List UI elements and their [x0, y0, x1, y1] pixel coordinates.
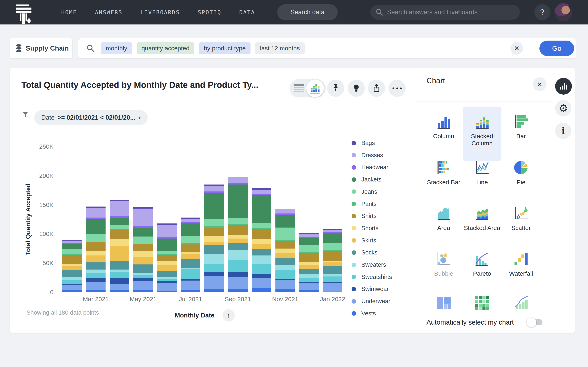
bar-segment-swimwear[interactable] [86, 278, 105, 282]
bar-segment-pants[interactable] [157, 254, 177, 255]
bar-segment-headwear[interactable] [252, 194, 271, 195]
nav-item-answers[interactable]: ANSWERS [95, 9, 122, 16]
query-token[interactable]: by product type [199, 42, 251, 54]
bar-segment-jeans[interactable] [62, 249, 82, 254]
bar-segment-swimwear[interactable] [62, 284, 82, 285]
bar-segment-swimwear[interactable] [323, 282, 342, 283]
bar-segment-socks[interactable] [86, 262, 105, 269]
bar-segment-headwear[interactable] [323, 232, 342, 234]
bar-segment-bags[interactable] [181, 217, 200, 219]
bar-segment-bags[interactable] [133, 207, 153, 209]
bar-segment-jackets[interactable] [228, 184, 248, 218]
bar-segment-swimwear[interactable] [276, 279, 295, 280]
bar-segment-pants[interactable] [204, 226, 224, 228]
query-token[interactable]: monthly [101, 42, 132, 54]
bar-segment-vests[interactable] [110, 290, 129, 292]
bar-segment-skirts[interactable] [110, 246, 129, 261]
bar-segment-shorts[interactable] [181, 252, 200, 254]
bar-segment-sweaters[interactable] [86, 269, 105, 273]
chart-type-treemap[interactable] [424, 288, 463, 311]
bar-segment-shirts[interactable] [181, 244, 200, 252]
bar-segment-sweatshirts[interactable] [299, 278, 319, 282]
bar-segment-jackets[interactable] [157, 239, 177, 251]
bar-segment-skirts[interactable] [157, 265, 177, 271]
bar-segment-sweaters[interactable] [323, 274, 342, 276]
bar-segment-pants[interactable] [110, 229, 129, 231]
bar-segment-jeans[interactable] [323, 243, 342, 250]
bar-segment-headwear[interactable] [228, 183, 248, 184]
bar-segment-underwear[interactable] [86, 282, 105, 291]
legend-item-sweatshirts[interactable]: Sweatshirts [352, 274, 392, 280]
bar-segment-sweatshirts[interactable] [228, 260, 248, 272]
bar-segment-sweaters[interactable] [157, 277, 177, 279]
bar-feb-2021[interactable] [62, 68, 82, 292]
bar-segment-swimwear[interactable] [204, 272, 224, 276]
bar-segment-socks[interactable] [276, 258, 295, 265]
bar-segment-pants[interactable] [133, 244, 153, 244]
legend-item-vests[interactable]: Vests [352, 310, 376, 317]
bar-segment-sweaters[interactable] [62, 277, 82, 280]
clear-search-button[interactable]: ✕ [510, 42, 523, 55]
bar-segment-pants[interactable] [276, 240, 295, 241]
bar-segment-jackets[interactable] [204, 193, 224, 219]
bar-segment-pants[interactable] [299, 252, 319, 253]
bar-segment-bags[interactable] [62, 240, 82, 241]
bar-segment-jackets[interactable] [276, 215, 295, 227]
bar-segment-socks[interactable] [228, 243, 248, 250]
bar-segment-skirts[interactable] [86, 256, 105, 262]
more-options-button[interactable]: ••• [389, 80, 406, 97]
bar-segment-headwear[interactable] [276, 213, 295, 215]
bar-segment-swimwear[interactable] [157, 281, 177, 284]
bar-segment-dresses[interactable] [323, 230, 342, 232]
bar-segment-vests[interactable] [204, 289, 224, 292]
spotiq-insights-button[interactable] [348, 80, 365, 97]
bar-segment-pants[interactable] [228, 224, 248, 225]
bar-segment-socks[interactable] [133, 264, 153, 273]
bar-segment-pants[interactable] [62, 254, 82, 255]
legend-item-headwear[interactable]: Headwear [352, 164, 388, 171]
bar-segment-jackets[interactable] [133, 228, 153, 236]
bar-segment-sweatshirts[interactable] [181, 269, 200, 279]
bar-segment-headwear[interactable] [157, 237, 177, 239]
bar-segment-headwear[interactable] [299, 237, 319, 238]
legend-item-sweaters[interactable]: Sweaters [352, 261, 386, 268]
bar-aug-2021[interactable] [204, 68, 224, 292]
bar-segment-sweaters[interactable] [252, 256, 271, 264]
bar-may-2021[interactable] [133, 68, 153, 292]
data-source-selector[interactable]: Supply Chain [10, 38, 72, 58]
bar-segment-jeans[interactable] [204, 219, 224, 226]
bar-segment-shorts[interactable] [86, 251, 105, 256]
bar-segment-sweatshirts[interactable] [323, 276, 342, 282]
bar-segment-swimwear[interactable] [181, 279, 200, 281]
bar-segment-headwear[interactable] [110, 216, 129, 218]
bar-segment-skirts[interactable] [204, 242, 224, 245]
bar-segment-shorts[interactable] [204, 236, 224, 242]
bar-segment-bags[interactable] [228, 177, 248, 178]
bar-segment-headwear[interactable] [133, 226, 153, 228]
bar-segment-socks[interactable] [62, 270, 82, 277]
bar-segment-pants[interactable] [181, 243, 200, 244]
bar-segment-vests[interactable] [133, 290, 153, 292]
nav-item-home[interactable]: HOME [61, 9, 77, 16]
bar-segment-jackets[interactable] [86, 219, 105, 234]
share-button[interactable] [368, 80, 385, 97]
bar-segment-shirts[interactable] [323, 251, 342, 261]
legend-item-dresses[interactable]: Dresses [352, 152, 383, 159]
bar-segment-sweatshirts[interactable] [276, 270, 295, 279]
bar-segment-shorts[interactable] [110, 239, 129, 246]
legend-item-skirts[interactable]: Skirts [352, 237, 376, 244]
legend-item-jeans[interactable]: Jeans [352, 188, 377, 195]
bar-segment-socks[interactable] [323, 266, 342, 273]
bar-segment-shirts[interactable] [252, 229, 271, 239]
bar-segment-shirts[interactable] [228, 225, 248, 235]
bar-segment-bags[interactable] [110, 200, 129, 201]
bar-segment-sweaters[interactable] [228, 250, 248, 260]
bar-segment-underwear[interactable] [181, 281, 200, 290]
bar-segment-sweaters[interactable] [204, 254, 224, 264]
query-token[interactable]: quantity accepted [137, 42, 194, 54]
bar-segment-sweaters[interactable] [110, 269, 129, 272]
bar-segment-jeans[interactable] [157, 251, 177, 254]
bar-segment-headwear[interactable] [86, 217, 105, 219]
bar-segment-dresses[interactable] [86, 208, 105, 218]
bar-segment-sweaters[interactable] [181, 268, 200, 269]
